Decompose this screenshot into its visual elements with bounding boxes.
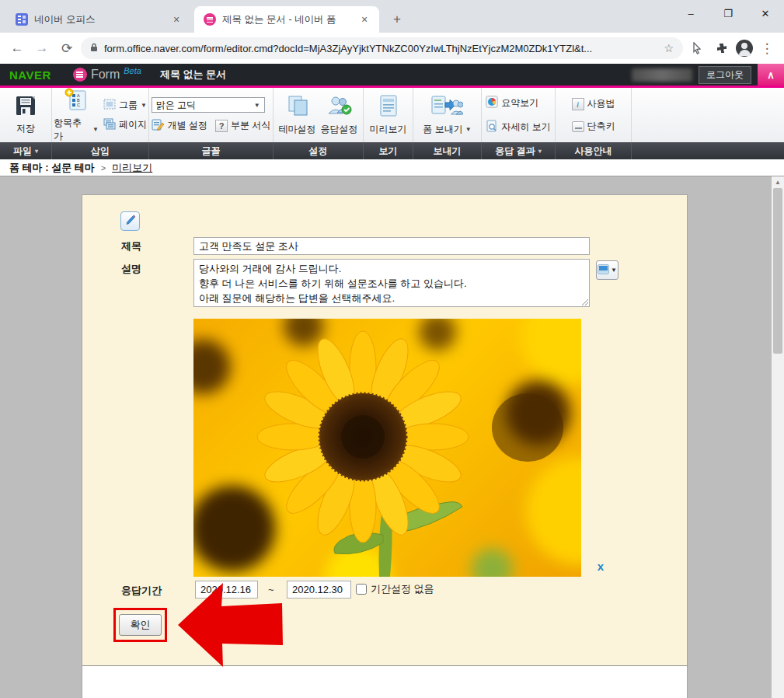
form-title-input[interactable]	[193, 237, 590, 255]
period-end-input[interactable]	[287, 581, 351, 599]
ribbon-group-file: 저장	[0, 88, 52, 142]
ribbon-toolbar: 저장 ABC 항목추가 ▼ 그룹 ▼	[0, 88, 784, 142]
edit-pencil-button[interactable]	[120, 211, 140, 231]
menu-bar: 파일▾ 삽입 글꼴 설정 보기 보내기 응답 결과▾ 사용안내	[0, 142, 784, 159]
window-minimize-button[interactable]: –	[672, 0, 709, 26]
naver-office-favicon	[16, 13, 28, 26]
scrollbar-thumb[interactable]	[773, 188, 782, 354]
menu-send[interactable]: 보내기	[413, 142, 482, 159]
ribbon-group-settings: 테마설정 응답설정	[274, 88, 364, 142]
tab-close-icon[interactable]: ×	[357, 12, 371, 26]
window-maximize-button[interactable]: ❐	[709, 0, 747, 26]
scrollbar-up-arrow[interactable]: ▲	[772, 176, 784, 188]
partial-format-label: 부분 서식	[231, 119, 270, 132]
summary-view-button[interactable]: 요약보기	[486, 96, 550, 110]
add-item-icon: ABC	[64, 88, 88, 113]
question-icon: ?	[215, 120, 228, 132]
browser-menu-icon[interactable]: ⋮	[756, 37, 778, 59]
no-period-option[interactable]: 기간설정 없음	[356, 582, 434, 596]
no-period-checkbox[interactable]	[356, 584, 367, 595]
document-title: 제목 없는 문서	[160, 68, 226, 82]
menu-insert[interactable]: 삽입	[52, 142, 149, 159]
tab-naver-form[interactable]: 제목 없는 문서 - 네이버 폼 ×	[194, 6, 379, 33]
extensions-puzzle-icon[interactable]	[711, 37, 733, 59]
sunflower-image[interactable]	[193, 319, 581, 577]
send-form-button[interactable]: 폼 보내기 ▼	[423, 94, 471, 136]
add-item-button[interactable]: ABC 항목추가 ▼	[54, 88, 99, 143]
shortcut-button[interactable]: 단축키	[572, 120, 615, 133]
ribbon-group-view: 미리보기	[364, 88, 413, 142]
next-section-panel	[82, 666, 688, 698]
page-icon	[103, 118, 116, 132]
menu-results[interactable]: 응답 결과▾	[482, 142, 556, 159]
tab-title: 제목 없는 문서 - 네이버 폼	[222, 13, 351, 26]
page-button[interactable]: 페이지	[103, 118, 147, 132]
shortcut-label: 단축키	[587, 120, 615, 133]
bookmark-star-icon[interactable]: ☆	[664, 42, 674, 54]
collapse-ribbon-button[interactable]: ∧	[758, 64, 784, 86]
remove-image-button[interactable]: x	[594, 560, 607, 573]
preview-icon	[378, 94, 399, 120]
send-form-label: 폼 보내기	[423, 123, 462, 136]
detail-view-button[interactable]: 자세히 보기	[486, 120, 550, 134]
summary-view-label: 요약보기	[501, 96, 538, 110]
description-label: 설명	[121, 262, 141, 276]
theme-setting-label: 테마설정	[279, 123, 316, 136]
response-period-label: 응답기간	[121, 584, 162, 598]
chevron-down-icon: ▾	[538, 148, 542, 155]
pie-chart-icon	[486, 96, 498, 110]
image-insert-dropdown[interactable]: ▼	[596, 260, 618, 280]
annotation-highlight-rect	[113, 608, 167, 642]
usage-button[interactable]: i 사용법	[572, 97, 615, 110]
response-setting-label: 응답설정	[321, 123, 358, 136]
lock-icon	[90, 43, 98, 54]
menu-file[interactable]: 파일▾	[0, 142, 52, 159]
menu-guide[interactable]: 사용안내	[556, 142, 632, 159]
save-button[interactable]: 저장	[15, 95, 37, 135]
ribbon-empty-space	[632, 88, 784, 142]
naver-logo[interactable]: NAVER	[9, 68, 51, 82]
new-tab-button[interactable]: +	[387, 9, 407, 30]
tab-naver-office[interactable]: 네이버 오피스 ×	[6, 6, 191, 33]
forward-icon[interactable]: →	[31, 37, 53, 59]
menu-view[interactable]: 보기	[364, 142, 413, 159]
group-label: 그룹	[119, 99, 138, 112]
theme-setting-button[interactable]: 테마설정	[279, 94, 316, 136]
logout-button[interactable]: 로그아웃	[699, 66, 751, 84]
group-icon	[103, 99, 116, 112]
menu-bar-filler	[632, 142, 784, 159]
preview-button[interactable]: 미리보기	[370, 94, 407, 136]
tab-close-icon[interactable]: ×	[169, 12, 183, 26]
chevron-down-icon: ▼	[141, 102, 147, 109]
form-logo-text: Form	[91, 68, 120, 82]
window-controls: – ❐ ✕	[672, 0, 784, 26]
address-bar[interactable]: form.office.naver.com/form/editor.cmd?do…	[81, 37, 683, 59]
profile-avatar[interactable]	[736, 40, 753, 57]
pencil-icon	[125, 215, 136, 229]
theme-setting-icon	[286, 94, 309, 120]
form-description-textarea[interactable]: 당사와의 거래에 감사 드립니다. 향후 더 나은 서비스를 하기 위해 설문조…	[193, 259, 590, 307]
keyboard-icon	[572, 121, 584, 132]
textarea-resize-grip[interactable]	[582, 299, 588, 305]
tab-title: 네이버 오피스	[34, 13, 163, 26]
window-close-button[interactable]: ✕	[747, 0, 784, 26]
magnifier-doc-icon	[486, 120, 498, 134]
individual-setting-button[interactable]: 개별 설정	[152, 118, 207, 133]
image-icon	[598, 263, 609, 277]
form-logo[interactable]: Form Beta	[73, 68, 141, 82]
menu-settings[interactable]: 설정	[274, 142, 364, 159]
page-scrollbar[interactable]: ▲	[772, 176, 784, 698]
menu-font[interactable]: 글꼴	[149, 142, 274, 159]
font-family-select[interactable]: 맑은 고딕 ▼	[152, 97, 265, 113]
naver-form-favicon	[204, 13, 216, 26]
individual-setting-label: 개별 설정	[168, 119, 207, 132]
breadcrumb-preview-link[interactable]: 미리보기	[112, 161, 152, 175]
reload-icon[interactable]: ⟳	[56, 37, 78, 59]
group-button[interactable]: 그룹 ▼	[103, 99, 147, 112]
chevron-down-icon: ▼	[611, 267, 617, 274]
breadcrumb: 폼 테마 : 설문 테마 > 미리보기	[0, 159, 784, 176]
partial-format-button[interactable]: ? 부분 서식	[215, 118, 270, 133]
response-setting-button[interactable]: 응답설정	[321, 94, 358, 136]
back-icon[interactable]: ←	[6, 37, 28, 59]
pointer-extension-icon[interactable]	[686, 37, 708, 59]
